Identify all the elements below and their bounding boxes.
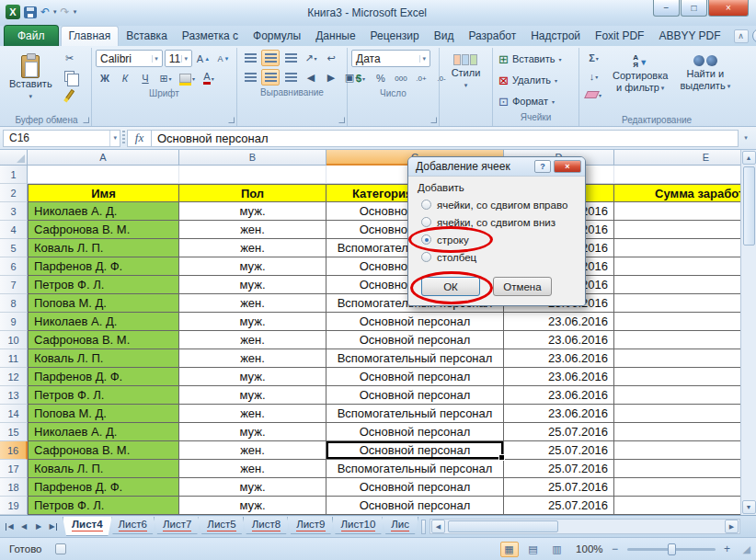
first-sheet-button[interactable]: ◀ bbox=[2, 520, 17, 534]
tab-Вставка[interactable]: Вставка bbox=[119, 27, 175, 46]
formula-bar-splitter[interactable] bbox=[122, 131, 125, 145]
scroll-left-icon[interactable]: ◀ bbox=[431, 520, 445, 533]
row-header-1[interactable]: 1 bbox=[0, 166, 28, 184]
cell-C9[interactable]: Основной персонал bbox=[326, 313, 504, 331]
dialog-help-icon[interactable]: ? bbox=[534, 160, 551, 173]
row-header-5[interactable]: 5 bbox=[0, 239, 28, 257]
cell-B8[interactable]: жен. bbox=[179, 294, 326, 313]
row-header-12[interactable]: 12 bbox=[0, 368, 28, 386]
row-header-13[interactable]: 13 bbox=[0, 386, 28, 405]
cell-E4[interactable] bbox=[614, 221, 740, 239]
cell-B12[interactable]: муж. bbox=[179, 368, 326, 386]
scroll-up-icon[interactable]: ▲ bbox=[742, 151, 756, 165]
copy-button[interactable] bbox=[61, 68, 79, 85]
clear-button[interactable]: ▾ bbox=[583, 86, 604, 103]
prev-sheet-button[interactable]: ◀ bbox=[17, 520, 31, 534]
paste-button[interactable]: Вставить ▾ bbox=[6, 50, 56, 105]
vertical-scrollbar[interactable]: ▲ ▼ bbox=[740, 150, 756, 515]
scroll-right-icon[interactable]: ▶ bbox=[725, 520, 739, 533]
row-header-8[interactable]: 8 bbox=[0, 294, 28, 313]
cell-E14[interactable] bbox=[614, 405, 740, 423]
horizontal-scrollbar[interactable]: ◀ ▶ bbox=[430, 519, 740, 534]
tab-Foxit PDF[interactable]: Foxit PDF bbox=[588, 27, 651, 46]
number-format-select[interactable]: Дата ▾ bbox=[351, 50, 430, 67]
number-dialog-launcher[interactable] bbox=[430, 117, 437, 123]
view-normal-button[interactable]: ▦ bbox=[500, 542, 519, 557]
alignment-dialog-launcher[interactable] bbox=[338, 117, 345, 123]
insert-cells-button[interactable]: ⊞ Вставить ▾ bbox=[497, 50, 575, 68]
wrap-text-button[interactable]: ↩ bbox=[322, 50, 340, 66]
row-header-17[interactable]: 17 bbox=[0, 460, 28, 478]
cell-E1[interactable] bbox=[614, 166, 740, 184]
cell-A11[interactable]: Коваль Л. П. bbox=[28, 349, 179, 368]
radio-option-1[interactable]: ячейки, со сдвигом вправо bbox=[418, 196, 576, 213]
cell-A16[interactable]: Сафронова В. М. bbox=[28, 441, 179, 460]
cell-D9[interactable]: 23.06.2016 bbox=[504, 313, 614, 331]
cell-A10[interactable]: Сафронова В. М. bbox=[28, 331, 179, 349]
autosum-button[interactable]: Σ▾ bbox=[583, 50, 604, 66]
cell-B2[interactable]: Пол bbox=[179, 184, 326, 202]
sort-filter-button[interactable]: А Я ▼ Сортировка и фильтр▾ bbox=[609, 50, 671, 97]
cell-A5[interactable]: Коваль Л. П. bbox=[28, 239, 179, 257]
cell-B15[interactable]: муж. bbox=[179, 423, 326, 441]
maximize-button[interactable]: □ bbox=[681, 0, 707, 17]
clipboard-dialog-launcher[interactable] bbox=[83, 117, 89, 123]
styles-button[interactable]: Стили ▾ bbox=[448, 50, 485, 94]
borders-button[interactable]: ⊞▾ bbox=[156, 70, 175, 86]
cell-E13[interactable] bbox=[614, 386, 740, 405]
font-color-button[interactable]: А▾ bbox=[200, 70, 218, 86]
fill-button[interactable]: ↓▾ bbox=[583, 68, 604, 85]
cell-B17[interactable]: жен. bbox=[179, 460, 326, 478]
cell-E5[interactable] bbox=[614, 239, 740, 257]
undo-dropdown-icon[interactable]: ▾ bbox=[53, 8, 57, 16]
cell-B1[interactable] bbox=[179, 166, 326, 184]
cell-A17[interactable]: Коваль Л. П. bbox=[28, 460, 179, 478]
select-all-corner[interactable] bbox=[0, 150, 28, 166]
row-header-18[interactable]: 18 bbox=[0, 478, 28, 497]
cell-B16[interactable]: жен. bbox=[179, 441, 326, 460]
row-header-3[interactable]: 3 bbox=[0, 202, 28, 221]
comma-style-button[interactable]: 000 bbox=[392, 70, 410, 86]
cell-B5[interactable]: жен. bbox=[179, 239, 326, 257]
cell-B4[interactable]: жен. bbox=[179, 221, 326, 239]
resize-grip[interactable]: ◢ bbox=[739, 543, 750, 555]
cell-E6[interactable] bbox=[614, 257, 740, 276]
formula-input[interactable]: Основной персонал bbox=[151, 130, 739, 147]
name-box[interactable]: C16 ▾ bbox=[3, 130, 120, 147]
tab-Главная[interactable]: Главная bbox=[61, 26, 120, 46]
cell-B6[interactable]: муж. bbox=[179, 257, 326, 276]
last-sheet-button[interactable]: ▶ bbox=[46, 520, 61, 534]
close-button[interactable]: × bbox=[708, 0, 749, 17]
align-left-button[interactable] bbox=[241, 69, 259, 86]
cell-C11[interactable]: Вспомогательный персонал bbox=[326, 349, 504, 368]
cell-B18[interactable]: муж. bbox=[179, 478, 326, 497]
cell-B14[interactable]: жен. bbox=[179, 405, 326, 423]
cell-A2[interactable]: Имя bbox=[28, 184, 179, 202]
tab-file[interactable]: Файл bbox=[4, 25, 59, 46]
help-icon[interactable]: ? bbox=[752, 29, 756, 43]
cell-B9[interactable]: муж. bbox=[179, 313, 326, 331]
underline-button[interactable]: Ч bbox=[136, 70, 155, 86]
accounting-format-button[interactable]: $▾ bbox=[351, 70, 370, 86]
align-middle-button[interactable] bbox=[261, 50, 280, 66]
view-page-layout-button[interactable]: ▤ bbox=[524, 542, 543, 557]
cell-A15[interactable]: Николаев А. Д. bbox=[28, 423, 179, 441]
cell-D18[interactable]: 25.07.2016 bbox=[504, 478, 614, 497]
sheet-tab-Лист5[interactable]: Лист5 bbox=[198, 517, 245, 534]
zoom-out-icon[interactable]: − bbox=[609, 543, 622, 555]
col-header-E[interactable]: E bbox=[614, 150, 740, 166]
font-name-select[interactable]: Calibri ▾ bbox=[96, 50, 163, 67]
cell-C18[interactable]: Основной персонал bbox=[326, 478, 504, 497]
view-page-break-button[interactable]: ▥ bbox=[548, 542, 567, 557]
cell-D14[interactable]: 23.06.2016 bbox=[504, 405, 614, 423]
row-header-19[interactable]: 19 bbox=[0, 497, 28, 515]
align-top-button[interactable] bbox=[241, 50, 259, 66]
sheet-tab-Лист8[interactable]: Лист8 bbox=[243, 517, 290, 534]
dialog-title-bar[interactable]: Добавление ячеек ? × bbox=[408, 157, 585, 177]
cell-C16[interactable]: Основной персонал bbox=[326, 441, 504, 460]
increase-indent-button[interactable]: ▶ bbox=[322, 69, 340, 86]
save-icon[interactable] bbox=[24, 6, 37, 18]
cell-A6[interactable]: Парфенов Д. Ф. bbox=[28, 257, 179, 276]
italic-button[interactable]: К bbox=[116, 70, 134, 86]
cell-A14[interactable]: Попова М. Д. bbox=[28, 405, 179, 423]
